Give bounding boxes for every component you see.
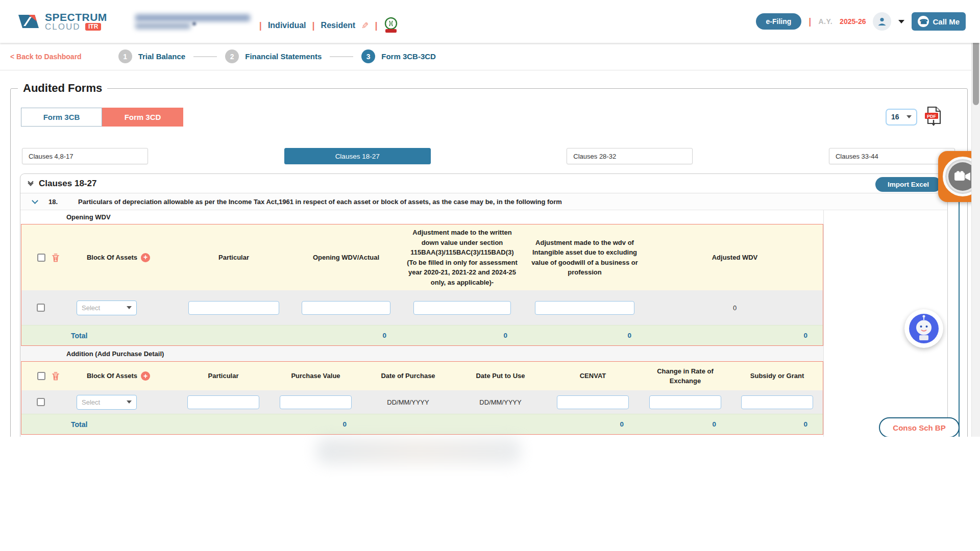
col-block-of-assets: Block Of Assets + (60, 362, 177, 390)
client-pan-masked (135, 23, 190, 29)
select-all-checkbox[interactable] (37, 372, 45, 380)
select-caret-icon (127, 306, 132, 309)
client-name-masked (135, 14, 250, 21)
col-date-put-to-use: Date Put to Use (454, 362, 547, 390)
background-artifact (316, 438, 521, 464)
client-meta: | Individual | Resident ✎ | (259, 17, 399, 34)
panel-title: Clauses 18-27 (39, 179, 96, 189)
step-trial-balance[interactable]: 1 Trial Balance (118, 49, 186, 63)
clause-18-description: Particulars of depreciation allowable as… (78, 198, 562, 206)
call-me-button[interactable]: ☎ Call Me (912, 12, 966, 31)
col-cenvat: CENVAT (547, 362, 639, 390)
tab-clauses-18-27[interactable]: Clauses 18-27 (284, 148, 431, 164)
tab-clauses-28-32[interactable]: Clauses 28-32 (567, 148, 693, 164)
col-purchase-value: Purchase Value (270, 362, 362, 390)
user-avatar-icon (877, 16, 887, 27)
robot-assistant-icon (908, 313, 940, 344)
delete-rows-icon[interactable] (52, 371, 60, 381)
pdf-download-icon[interactable]: PDF (924, 106, 943, 128)
block-of-assets-select[interactable]: Select (77, 395, 137, 410)
progress-stepper: < Back to Dashboard 1 Trial Balance 2 Fi… (0, 43, 980, 70)
vertical-scrollbar[interactable] (971, 0, 980, 437)
block-of-assets-select[interactable]: Select (77, 300, 137, 315)
col-opening-wdv: Opening WDV/Actual (290, 224, 402, 290)
col-adjustment-115baa: Adjustment made to the written down valu… (402, 224, 523, 290)
chat-assistant-button[interactable] (904, 309, 943, 348)
efiling-button[interactable]: e-Filing (756, 13, 802, 30)
particular-input[interactable] (187, 395, 260, 409)
total-adjusted-wdv: 0 (647, 325, 823, 345)
adjustment-115baa-input[interactable] (413, 301, 510, 315)
collapse-chevrons-icon[interactable] (29, 180, 33, 185)
page-size-select[interactable]: 16 (886, 109, 917, 126)
clause-tab-bar: Clauses 4,8-17 Clauses 18-27 Clauses 28-… (22, 148, 955, 164)
tab-form-3cd[interactable]: Form 3CD (102, 108, 183, 127)
header-right-cluster: e-Filing | A.Y. 2025-26 ☎ Call Me (756, 12, 966, 31)
assessment-year-value: 2025-26 (840, 17, 866, 26)
brand-sub: CLOUD (45, 22, 81, 31)
row-checkbox[interactable] (37, 304, 45, 312)
total-adjustment-115baa: 0 (402, 325, 523, 345)
col-block-of-assets: Block Of Assets + (60, 224, 177, 290)
top-header: SPECTRUM CLOUD ITR | Individual | Reside… (0, 0, 980, 43)
change-in-rate-input[interactable] (649, 395, 722, 409)
col-date-of-purchase: Date of Purchase (362, 362, 454, 390)
ca-emblem-icon (383, 17, 399, 34)
edit-icon[interactable]: ✎ (361, 20, 369, 31)
clauses-18-27-panel: Clauses 18-27 Import Excel 18. Particula… (20, 173, 948, 437)
addition-table: Block Of Assets + Particular Purchase Va… (21, 361, 823, 435)
user-avatar[interactable] (873, 12, 891, 31)
add-block-icon[interactable]: + (141, 371, 150, 381)
back-to-dashboard-link[interactable]: < Back to Dashboard (10, 53, 82, 61)
add-block-icon[interactable]: + (141, 253, 150, 262)
conso-sch-bp-button[interactable]: Conso Sch BP (879, 417, 960, 437)
col-particular: Particular (177, 362, 270, 390)
itr-badge: ITR (85, 23, 101, 31)
tab-clauses-4-8-17[interactable]: Clauses 4,8-17 (22, 148, 148, 164)
total-change-in-rate: 0 (639, 414, 731, 434)
assessment-year-label: A.Y. (818, 17, 832, 26)
date-put-to-use-field[interactable]: DD/MM/YYYY (454, 390, 547, 414)
addition-label: Addition (Add Purchase Detail) (20, 346, 823, 361)
date-of-purchase-field[interactable]: DD/MM/YYYY (362, 390, 454, 414)
total-label: Total (71, 420, 87, 429)
addition-total-row: Total 0 0 0 0 (21, 414, 823, 434)
total-cenvat: 0 (547, 414, 639, 434)
audited-forms-section: Audited Forms Form 3CB Form 3CD 16 PDF (10, 82, 968, 437)
profile-caret-down-icon[interactable] (898, 20, 904, 23)
clause-18-expand-icon[interactable] (32, 197, 38, 204)
adjustment-goodwill-input[interactable] (535, 301, 634, 315)
opening-wdv-input-row: Select 0 (21, 290, 823, 325)
redacted-client-name (135, 14, 250, 29)
col-adjustment-goodwill: Adjustment made to the wdv of Intangible… (523, 224, 647, 290)
clause-18-row: 18. Particulars of depreciation allowabl… (20, 193, 947, 210)
opening-wdv-input[interactable] (302, 301, 390, 315)
subsidy-or-grant-input[interactable] (741, 395, 813, 409)
row-checkbox[interactable] (37, 398, 45, 406)
step-financial-statements[interactable]: 2 Financial Statements (225, 49, 322, 63)
select-caret-icon (906, 115, 912, 118)
particular-input[interactable] (188, 301, 279, 315)
brand-name: SPECTRUM (45, 12, 107, 22)
import-excel-button[interactable]: Import Excel (875, 177, 941, 192)
addition-header-row: Block Of Assets + Particular Purchase Va… (21, 362, 823, 390)
client-type-label: Individual (268, 21, 306, 30)
col-adjusted-wdv: Adjusted WDV (647, 224, 823, 290)
step-form-3cb-3cd[interactable]: 3 Form 3CB-3CD (361, 49, 436, 63)
brand-logo: SPECTRUM CLOUD ITR (17, 11, 107, 32)
tab-form-3cb[interactable]: Form 3CB (21, 108, 102, 127)
total-subsidy-or-grant: 0 (731, 414, 823, 434)
total-adjustment-goodwill: 0 (523, 325, 647, 345)
adjusted-wdv-value: 0 (647, 290, 823, 325)
app-window: SPECTRUM CLOUD ITR | Individual | Reside… (0, 0, 980, 437)
purchase-value-input[interactable] (280, 395, 352, 409)
opening-wdv-total-row: Total 0 0 0 0 (21, 325, 823, 345)
audited-forms-title: Audited Forms (18, 82, 107, 95)
col-change-in-rate: Change in Rate of Exchange (639, 362, 731, 390)
tab-clauses-33-44[interactable]: Clauses 33-44 (829, 148, 955, 164)
cenvat-input[interactable] (557, 395, 629, 409)
delete-rows-icon[interactable] (52, 253, 60, 262)
select-all-checkbox[interactable] (37, 254, 45, 262)
total-opening-wdv: 0 (290, 325, 402, 345)
svg-text:PDF: PDF (927, 114, 937, 119)
